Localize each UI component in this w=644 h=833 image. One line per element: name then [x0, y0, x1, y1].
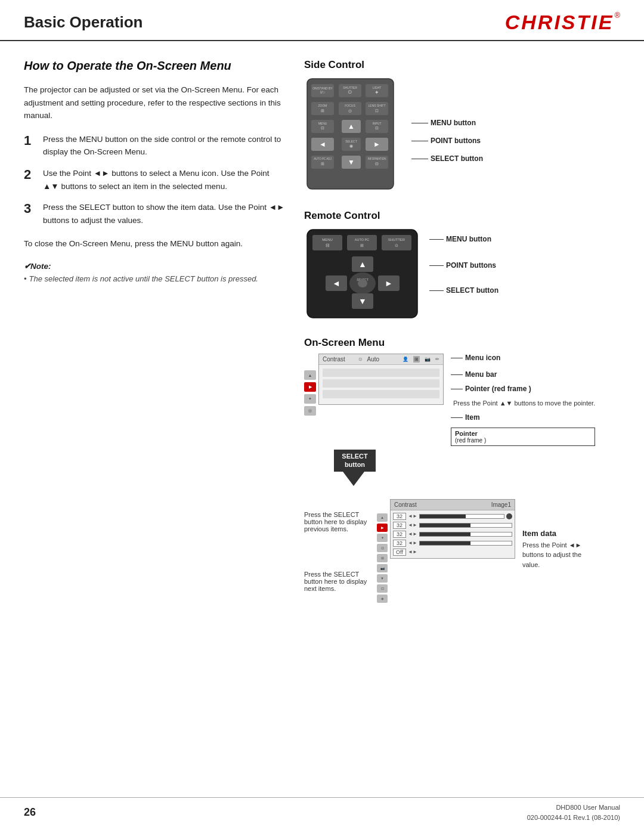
onscreen-menu-title: On-Screen Menu: [304, 337, 620, 349]
select-button-text: SELECT button: [431, 154, 483, 163]
arrows-1: ◄►: [408, 513, 417, 519]
side-control-svg: ON/STAND BY I/○ SHUTTER ⊙ LIGHT ✦ ZOOM ⊞: [304, 76, 405, 195]
svg-text:⊟: ⊟: [375, 162, 379, 166]
sidebar-icon-3: ✦: [304, 394, 316, 404]
arrows-2: ◄►: [408, 522, 417, 528]
svg-text:◄: ◄: [319, 140, 326, 148]
svg-text:⊟: ⊟: [375, 126, 379, 130]
bar-2: [419, 523, 512, 528]
contrast-label: Contrast: [323, 356, 354, 363]
svg-text:⊟: ⊟: [321, 126, 324, 130]
pointer-label-main: Pointer: [455, 430, 591, 437]
svg-text:▲: ▲: [348, 122, 355, 131]
svg-text:SHUTTER: SHUTTER: [388, 238, 405, 241]
step-3: 3 Press the SELECT button to show the it…: [24, 201, 286, 227]
side-control-area: Side Control ON/STAND BY I/○ SHUTTER ⊙: [304, 59, 620, 197]
remote-menu-text: MENU button: [446, 235, 491, 243]
remote-select-label: SELECT button: [429, 286, 499, 295]
svg-text:MENU: MENU: [318, 122, 327, 125]
steps-list: 1 Press the MENU button on the side cont…: [24, 133, 286, 227]
christie-logo: CHRISTIE ®: [505, 11, 620, 34]
second-menu-bar: Contrast Image1: [391, 500, 515, 510]
remote-control-device: MENU ⊟ AUTO PC ⊞ SHUTTER ⊙ ▲: [304, 227, 423, 324]
svg-text:◎: ◎: [348, 109, 352, 113]
menu-bar-label-group: Menu bar: [451, 370, 595, 379]
bar-fill-4: [420, 541, 470, 545]
bar-knob-1: [506, 513, 512, 519]
footer-doc-line1: DHD800 User Manual: [527, 803, 620, 813]
menu-labels-right: Menu icon Menu bar Pointer (red frame ) …: [451, 354, 595, 446]
svg-text:▼: ▼: [348, 158, 355, 166]
svg-text:◄: ◄: [332, 278, 340, 288]
pointer-note-text: Press the Point ▲▼ buttons to move the p…: [453, 400, 595, 407]
svg-text:INFORMATION: INFORMATION: [367, 157, 386, 160]
val-off: Off: [393, 549, 406, 556]
value-row-4: 32 ◄►: [393, 540, 512, 547]
point-buttons-label: POINT buttons: [411, 137, 483, 145]
svg-text:▼: ▼: [358, 296, 367, 306]
svg-text:⊞: ⊞: [360, 243, 364, 247]
pointer-red-frame-text: Pointer (red frame ): [465, 385, 531, 393]
svg-text:SELECT: SELECT: [345, 140, 357, 143]
menu-button-line: [411, 123, 428, 123]
sidebar-icon-4: ◎: [304, 406, 316, 416]
remote-control-area: Remote Control MENU ⊟ AUTO PC ⊞ SHUTTER: [304, 210, 620, 324]
value-row-2: 32 ◄►: [393, 522, 512, 529]
svg-text:⊡: ⊡: [375, 109, 379, 113]
point-buttons-text: POINT buttons: [431, 137, 481, 145]
right-column: Side Control ON/STAND BY I/○ SHUTTER ⊙: [304, 59, 620, 603]
menu-button-label: MENU button: [411, 119, 483, 127]
svg-rect-49: [382, 235, 411, 250]
select-button-box: SELECTbutton: [334, 450, 376, 472]
logo-reg: ®: [614, 11, 620, 20]
sidebar-icon-1: ▲: [304, 370, 316, 380]
sidebar-icons: ▲ ▶ ✦ ◎: [304, 354, 316, 416]
arrows-4: ◄►: [408, 540, 417, 546]
svg-text:►: ►: [385, 278, 393, 288]
pointer-label-sub: (red frame ): [455, 437, 591, 444]
left-column: How to Operate the On-Screen Menu The pr…: [24, 59, 286, 603]
svg-rect-46: [347, 235, 377, 250]
footer-page-number: 26: [24, 806, 36, 819]
item-label-text: Item: [465, 413, 480, 422]
remote-control-labels: MENU button POINT buttons SELECT button: [429, 227, 499, 295]
val-1: 32: [393, 513, 406, 520]
menu-row-placeholder-3: [323, 390, 439, 398]
step-text-1: Press the MENU button on the side contro…: [43, 133, 286, 159]
svg-text:✦: ✦: [374, 89, 379, 95]
menu-row-placeholder-2: [323, 379, 439, 388]
step-text-3: Press the SELECT button to show the item…: [43, 201, 286, 227]
section-title: How to Operate the On-Screen Menu: [24, 59, 286, 73]
point-buttons-line: [411, 141, 428, 141]
arrows-3: ◄►: [408, 531, 417, 537]
page-title: Basic Operation: [24, 13, 143, 32]
second-contrast-label: Contrast: [394, 501, 487, 508]
svg-text:►: ►: [373, 140, 380, 148]
second-menu-screen: Contrast Image1 32 ◄►: [390, 499, 515, 559]
second-image-label: Image1: [491, 501, 511, 508]
remote-control-title: Remote Control: [304, 210, 620, 222]
page-footer: 26 DHD800 User Manual 020-000244-01 Rev.…: [0, 797, 644, 822]
svg-text:⊟: ⊟: [326, 243, 330, 248]
svg-text:MENU: MENU: [322, 238, 333, 241]
remote-select-text: SELECT button: [446, 286, 499, 295]
footer-doc-info: DHD800 User Manual 020-000244-01 Rev.1 (…: [527, 803, 620, 822]
svg-text:AUTO PC: AUTO PC: [355, 238, 369, 241]
value-row-off: Off ◄►: [393, 549, 512, 556]
side-control-labels: MENU button POINT buttons SELECT button: [411, 76, 483, 163]
val-4: 32: [393, 540, 406, 547]
select-button-line: [411, 159, 428, 159]
remote-svg: MENU ⊟ AUTO PC ⊞ SHUTTER ⊙ ▲: [304, 227, 423, 322]
menu-icon-label-group: Menu icon: [451, 354, 595, 362]
menu-row-placeholder-1: [323, 368, 439, 377]
svg-text:I/○: I/○: [320, 90, 325, 94]
close-note: To close the On-Screen Menu, press the M…: [24, 237, 286, 250]
first-menu-wrapper: ▲ ▶ ✦ ◎ Contrast ⊙ Auto 👤: [304, 354, 620, 446]
bar-fill-2: [420, 524, 470, 527]
note-title: ✔Note:: [24, 261, 286, 271]
pointer-label-box: Pointer (red frame ): [451, 428, 595, 446]
item-data-label: Item data: [522, 529, 581, 538]
svg-text:FOCUS: FOCUS: [345, 104, 355, 107]
step-1: 1 Press the MENU button on the side cont…: [24, 133, 286, 159]
value-row-1: 32 ◄►: [393, 513, 512, 520]
